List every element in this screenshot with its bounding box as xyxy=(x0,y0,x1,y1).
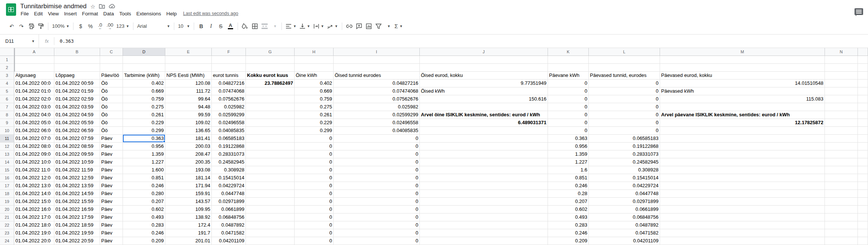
row-header-22[interactable]: 22 xyxy=(0,221,14,229)
cell-A9[interactable]: 01.04.2022 05:0 xyxy=(14,119,54,127)
cell-G12[interactable] xyxy=(246,143,295,150)
cell-X22[interactable] xyxy=(858,221,868,229)
cell-F23[interactable]: 0.0471582 xyxy=(212,229,246,237)
cell-X8[interactable] xyxy=(858,111,868,119)
cell-B20[interactable]: 01.04.2022 16:59 xyxy=(54,206,100,213)
cell-L14[interactable]: 0.24582945 xyxy=(589,158,660,166)
cell-E20[interactable]: 109.95 xyxy=(165,206,212,213)
cell-M8[interactable]: Arvel päevane ISIKLIK keskmine, sentides… xyxy=(660,111,825,119)
cell-J19[interactable] xyxy=(420,198,548,206)
cell-N6[interactable] xyxy=(825,95,858,103)
cell-H18[interactable]: 0 xyxy=(295,190,334,198)
cell-I5[interactable]: 0.07474068 xyxy=(334,87,420,95)
column-header-D[interactable]: D xyxy=(123,48,165,56)
cell-C3[interactable]: Päev/öö xyxy=(100,72,123,80)
column-header-B[interactable]: B xyxy=(54,48,100,56)
cell-N9[interactable] xyxy=(825,119,858,127)
cell-H11[interactable]: 0 xyxy=(295,135,334,143)
cell-G24[interactable] xyxy=(246,237,295,245)
cell-L16[interactable]: 0.15415014 xyxy=(589,174,660,182)
fill-color-button[interactable] xyxy=(240,21,250,32)
cell-I13[interactable]: 0 xyxy=(334,150,420,158)
cell-X24[interactable] xyxy=(858,237,868,245)
cell-E7[interactable]: 94.48 xyxy=(165,103,212,111)
cell-L9[interactable]: 0 xyxy=(589,119,660,127)
cell-J7[interactable] xyxy=(420,103,548,111)
cell-K19[interactable]: 0.207 xyxy=(548,198,589,206)
cell-K18[interactable]: 0.28 xyxy=(548,190,589,198)
row-header-16[interactable]: 16 xyxy=(0,174,14,182)
cell-J13[interactable] xyxy=(420,150,548,158)
cell-K15[interactable]: 1.6 xyxy=(548,166,589,174)
cell-B18[interactable]: 01.04.2022 14:59 xyxy=(54,190,100,198)
cell-E6[interactable]: 99.64 xyxy=(165,95,212,103)
text-rotation-button[interactable]: ▼ xyxy=(326,21,340,32)
cell-D4[interactable]: 0.402 xyxy=(123,80,165,87)
row-header-9[interactable]: 9 xyxy=(0,119,14,127)
cell-B16[interactable]: 01.04.2022 12:59 xyxy=(54,174,100,182)
cell-D5[interactable]: 0.669 xyxy=(123,87,165,95)
cell-G7[interactable] xyxy=(246,103,295,111)
cell-I1[interactable] xyxy=(334,56,420,64)
cell-A7[interactable]: 01.04.2022 03:0 xyxy=(14,103,54,111)
cell-G3[interactable]: Kokku eurot kuus xyxy=(246,72,295,80)
cell-N8[interactable] xyxy=(825,111,858,119)
cell-A17[interactable]: 01.04.2022 13:0 xyxy=(14,182,54,190)
insert-chart-button[interactable] xyxy=(364,21,374,32)
cell-I21[interactable]: 0 xyxy=(334,213,420,221)
cell-X5[interactable] xyxy=(858,87,868,95)
cell-E9[interactable]: 109.02 xyxy=(165,119,212,127)
cell-H13[interactable]: 0 xyxy=(295,150,334,158)
cell-E10[interactable]: 136.65 xyxy=(165,127,212,135)
redo-button[interactable]: ↷ xyxy=(16,21,26,32)
cell-I17[interactable]: 0 xyxy=(334,182,420,190)
cell-C4[interactable]: Öö xyxy=(100,80,123,87)
undo-button[interactable]: ↶ xyxy=(7,21,16,32)
cell-M13[interactable] xyxy=(660,150,825,158)
cell-B10[interactable]: 01.04.2022 06:59 xyxy=(54,127,100,135)
cell-F6[interactable]: 0.07562676 xyxy=(212,95,246,103)
cell-B19[interactable]: 01.04.2022 15:59 xyxy=(54,198,100,206)
cell-K6[interactable]: 0 xyxy=(548,95,589,103)
cell-H22[interactable]: 0 xyxy=(295,221,334,229)
cell-H16[interactable]: 0 xyxy=(295,174,334,182)
cell-M22[interactable] xyxy=(660,221,825,229)
cell-B6[interactable]: 01.04.2022 02:59 xyxy=(54,95,100,103)
cell-F4[interactable]: 0.04827216 xyxy=(212,80,246,87)
row-header-21[interactable]: 21 xyxy=(0,213,14,221)
column-header-A[interactable]: A xyxy=(14,48,54,56)
cell-L18[interactable]: 0.0447748 xyxy=(589,190,660,198)
cell-L19[interactable]: 0.02971899 xyxy=(589,198,660,206)
cell-M16[interactable] xyxy=(660,174,825,182)
comments-panel-icon[interactable] xyxy=(855,8,863,15)
cell-F5[interactable]: 0.07474068 xyxy=(212,87,246,95)
cell-A24[interactable]: 01.04.2022 20:0 xyxy=(14,237,54,245)
cell-X6[interactable] xyxy=(858,95,868,103)
cell-J20[interactable] xyxy=(420,206,548,213)
cell-E4[interactable]: 120.08 xyxy=(165,80,212,87)
cell-A21[interactable]: 01.04.2022 17:0 xyxy=(14,213,54,221)
cell-X16[interactable] xyxy=(858,174,868,182)
cell-E2[interactable] xyxy=(165,64,212,72)
cell-K13[interactable]: 1.359 xyxy=(548,150,589,158)
cell-L6[interactable]: 0 xyxy=(589,95,660,103)
cell-H7[interactable]: 0.275 xyxy=(295,103,334,111)
cell-M24[interactable] xyxy=(660,237,825,245)
row-header-19[interactable]: 19 xyxy=(0,198,14,206)
cell-E1[interactable] xyxy=(165,56,212,64)
cell-G2[interactable] xyxy=(246,64,295,72)
cell-H1[interactable] xyxy=(295,56,334,64)
cell-X12[interactable] xyxy=(858,143,868,150)
cell-L8[interactable]: 0 xyxy=(589,111,660,119)
cell-F1[interactable] xyxy=(212,56,246,64)
cell-M7[interactable] xyxy=(660,103,825,111)
cell-F3[interactable]: eurot tunnis xyxy=(212,72,246,80)
cell-J23[interactable] xyxy=(420,229,548,237)
cell-I4[interactable]: 0.04827216 xyxy=(334,80,420,87)
cell-M6[interactable]: 115.083 xyxy=(660,95,825,103)
cell-C21[interactable]: Päev xyxy=(100,213,123,221)
cell-B15[interactable]: 01.04.2022 11:59 xyxy=(54,166,100,174)
cell-H5[interactable]: 0.669 xyxy=(295,87,334,95)
cell-M21[interactable] xyxy=(660,213,825,221)
cell-C11[interactable]: Päev xyxy=(100,135,123,143)
